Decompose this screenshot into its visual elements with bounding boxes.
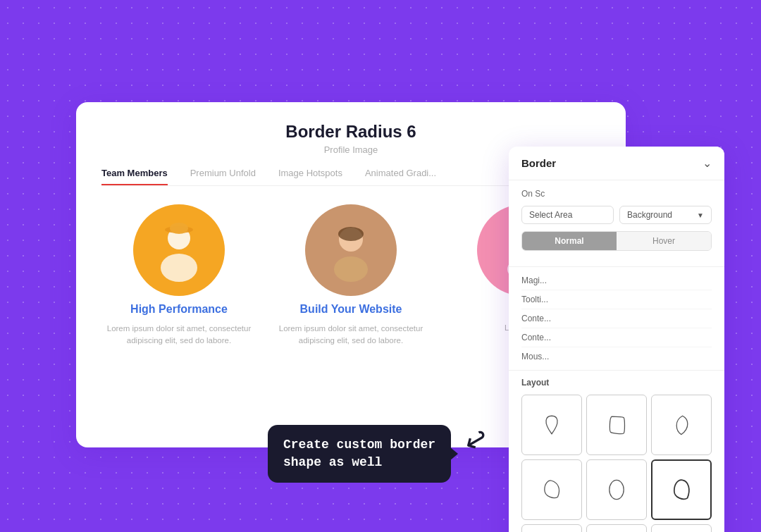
side-item-content2: Conte... xyxy=(521,328,712,347)
member-desc-1: Lorem ipsum dolor sit amet, consectetur … xyxy=(101,323,256,347)
tab-team-members[interactable]: Team Members xyxy=(101,168,168,185)
member-name-2: Build Your Website xyxy=(300,303,402,316)
side-item-magic: Magi... xyxy=(521,271,712,290)
shape-cell-3[interactable] xyxy=(651,395,712,455)
tooltip-text: Create custom bordershape as well xyxy=(283,438,435,469)
side-item-tooltip: Toolti... xyxy=(521,290,712,309)
shape-cell-6[interactable] xyxy=(651,459,712,520)
svg-point-1 xyxy=(161,254,197,282)
tooltip-bubble: Create custom bordershape as well xyxy=(268,425,451,483)
background-dropdown[interactable]: Background ▼ xyxy=(619,206,712,224)
side-item-content: Conte... xyxy=(521,309,712,328)
svg-point-6 xyxy=(338,227,364,241)
shape-cell-4[interactable] xyxy=(521,459,582,520)
shape-cell-9[interactable] xyxy=(651,524,712,532)
layout-section: Layout xyxy=(509,371,724,532)
chevron-down-icon: ⌄ xyxy=(703,156,712,170)
background-value: Background xyxy=(627,210,672,220)
tab-image-hotspots[interactable]: Image Hotspots xyxy=(278,168,342,185)
on-scroll-row: On Sc xyxy=(521,189,712,199)
member-desc-2: Lorem ipsum dolor sit amet, consectetur … xyxy=(273,323,428,347)
card-title: Border Radius 6 xyxy=(101,122,600,142)
on-scroll-label: On Sc xyxy=(521,189,545,199)
svg-point-3 xyxy=(170,223,188,234)
select-area-row: Select Area Background ▼ xyxy=(521,206,712,224)
member-name-1: High Performance xyxy=(130,303,228,316)
on-scroll-section: On Sc Select Area Background ▼ Normal Ho… xyxy=(509,180,724,267)
normal-toggle-btn[interactable]: Normal xyxy=(522,232,617,250)
member-card-2: Build Your Website Lorem ipsum dolor sit… xyxy=(273,204,428,347)
shape-cell-5[interactable] xyxy=(586,459,647,520)
shape-cell-8[interactable] xyxy=(586,524,647,532)
dropdown-chevron-icon: ▼ xyxy=(697,211,704,219)
hover-toggle-btn[interactable]: Hover xyxy=(617,232,711,250)
layout-label: Layout xyxy=(521,378,712,388)
side-item-mouse: Mous... xyxy=(521,347,712,366)
shapes-grid-row1 xyxy=(521,395,712,455)
member-avatar-2 xyxy=(305,204,397,296)
shapes-grid-row2 xyxy=(521,459,712,520)
tab-premium-unfold[interactable]: Premium Unfold xyxy=(190,168,256,185)
panel-title: Border xyxy=(521,157,556,169)
shape-cell-7[interactable] xyxy=(521,524,582,532)
panel-header[interactable]: Border ⌄ xyxy=(509,147,724,180)
shapes-grid-row3 xyxy=(521,524,712,532)
member-avatar-1 xyxy=(133,204,225,296)
normal-hover-toggle: Normal Hover xyxy=(521,231,712,251)
svg-point-9 xyxy=(610,480,624,499)
select-area-dropdown[interactable]: Select Area xyxy=(521,206,614,224)
right-panel: Border ⌄ On Sc Select Area Background ▼ … xyxy=(509,147,724,532)
tab-animated-gradient[interactable]: Animated Gradi... xyxy=(365,168,436,185)
shape-cell-2[interactable] xyxy=(586,395,647,455)
member-card-1: High Performance Lorem ipsum dolor sit a… xyxy=(101,204,256,347)
side-items-list: Magi... Toolti... Conte... Conte... Mous… xyxy=(509,267,724,371)
svg-point-5 xyxy=(334,256,368,282)
shape-cell-1[interactable] xyxy=(521,395,582,455)
